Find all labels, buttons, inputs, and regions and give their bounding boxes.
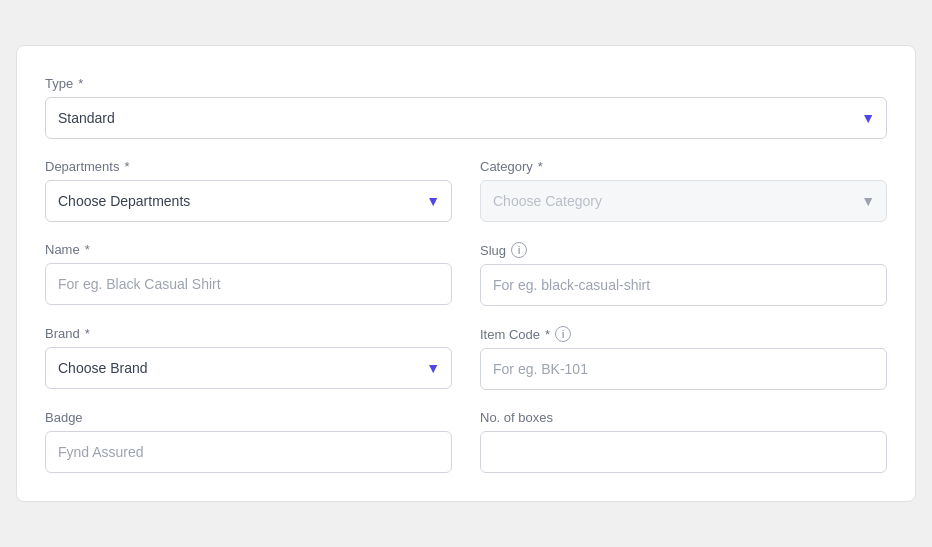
name-input[interactable] [45,263,452,305]
name-label: Name * [45,242,452,257]
category-select[interactable]: Choose Category [480,180,887,222]
departments-label: Departments * [45,159,452,174]
form-card: Type * Standard Premium Basic ▼ Departme… [16,45,916,502]
type-select[interactable]: Standard Premium Basic [45,97,887,139]
type-section: Type * Standard Premium Basic ▼ [45,76,887,139]
no-of-boxes-input[interactable]: 0 [480,431,887,473]
item-code-label: Item Code * i [480,326,887,342]
form-grid: Departments * Choose Departments ▼ Categ… [45,159,887,473]
no-of-boxes-label: No. of boxes [480,410,887,425]
type-label: Type * [45,76,887,91]
departments-select[interactable]: Choose Departments [45,180,452,222]
slug-label: Slug i [480,242,887,258]
item-code-info-icon: i [555,326,571,342]
brand-select[interactable]: Choose Brand [45,347,452,389]
slug-info-icon: i [511,242,527,258]
departments-select-wrapper: Choose Departments ▼ [45,180,452,222]
departments-group: Departments * Choose Departments ▼ [45,159,452,222]
badge-group: Badge [45,410,452,473]
type-select-wrapper: Standard Premium Basic ▼ [45,97,887,139]
badge-label: Badge [45,410,452,425]
badge-input[interactable] [45,431,452,473]
category-group: Category * Choose Category ▼ [480,159,887,222]
slug-group: Slug i [480,242,887,306]
slug-input[interactable] [480,264,887,306]
category-select-wrapper: Choose Category ▼ [480,180,887,222]
category-label: Category * [480,159,887,174]
brand-group: Brand * Choose Brand ▼ [45,326,452,390]
item-code-input[interactable] [480,348,887,390]
no-of-boxes-group: No. of boxes 0 [480,410,887,473]
name-group: Name * [45,242,452,306]
brand-label: Brand * [45,326,452,341]
item-code-group: Item Code * i [480,326,887,390]
brand-select-wrapper: Choose Brand ▼ [45,347,452,389]
